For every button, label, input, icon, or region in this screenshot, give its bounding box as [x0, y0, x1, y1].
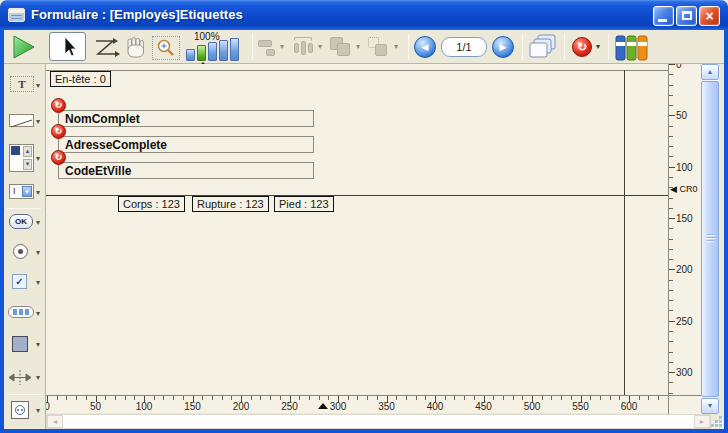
section-marker[interactable]: Rupture : 123: [192, 196, 269, 212]
plugin-tool[interactable]: ▾: [4, 401, 46, 421]
vertical-scrollbar[interactable]: ▲ ▼: [701, 64, 719, 414]
plugin-tool-icon: [11, 401, 29, 419]
duplicate-objects-button: [368, 37, 392, 58]
form-field[interactable]: AdresseComplete: [58, 136, 314, 153]
explorer-books-icon: [615, 34, 649, 61]
listbox-tool-dropdown-icon[interactable]: ▾: [36, 155, 40, 163]
progress-tool-dropdown-icon[interactable]: ▾: [36, 310, 40, 318]
radio-tool[interactable]: ▾: [4, 244, 46, 262]
form-canvas[interactable]: En-tête : 0 NomComplet↻AdresseComplete↻C…: [46, 64, 668, 396]
plugin-tool-dropdown-icon[interactable]: ▾: [36, 407, 40, 415]
combobox-tool-icon: I▼: [9, 184, 34, 199]
toolbar-separator: [252, 34, 253, 60]
magnifier-icon: [153, 37, 179, 59]
page-list-button[interactable]: [528, 34, 560, 61]
zoom-bar-100-selected[interactable]: [197, 45, 206, 61]
scroll-up-button[interactable]: ▲: [701, 64, 719, 80]
scroll-left-button[interactable]: ◄: [47, 415, 63, 428]
ruler-number: 50: [676, 110, 687, 121]
close-button[interactable]: ×: [699, 6, 720, 26]
previous-page-button[interactable]: ◀: [414, 36, 436, 58]
vertical-scroll-thumb[interactable]: [701, 81, 719, 397]
ruler-corner: [668, 395, 701, 414]
text-tool[interactable]: T ▾: [4, 76, 46, 96]
text-tool-icon: T: [10, 76, 34, 92]
scroll-down-button[interactable]: ▼: [701, 398, 719, 414]
distribute-dropdown-icon: ▾: [318, 43, 322, 51]
window-border-bottom: [0, 429, 728, 433]
minimize-icon: [658, 19, 667, 22]
minimize-button[interactable]: [653, 6, 674, 26]
progress-tool[interactable]: ▾: [4, 306, 46, 322]
close-icon: ×: [700, 7, 719, 25]
ruler-horizontal: 050100150200250300350400450500550600: [46, 395, 668, 413]
checkbox-tool-icon: ✓: [12, 274, 27, 289]
dynamic-variable-badge-icon[interactable]: ↻: [51, 124, 66, 139]
header-marker-label[interactable]: En-tête : 0: [50, 71, 111, 87]
maximize-icon: [682, 11, 692, 20]
hand-icon: [123, 36, 149, 60]
window-border-right: [724, 30, 728, 433]
section-marker[interactable]: Pied : 123: [274, 196, 334, 212]
form-boundary-line[interactable]: [624, 70, 625, 396]
hand-tool-button[interactable]: [123, 36, 149, 60]
splitter-tool-dropdown-icon[interactable]: ▾: [36, 374, 40, 382]
title-bar[interactable]: Formulaire : [Employés]Etiquettes ×: [0, 0, 728, 30]
form-field[interactable]: CodeEtVille: [58, 162, 314, 179]
horizontal-scrollbar[interactable]: ◄ ►: [46, 414, 711, 429]
toolbar-separator: [564, 34, 565, 60]
entry-order-tool-button[interactable]: [92, 37, 120, 59]
ruler-number: 100: [129, 401, 159, 412]
layer-objects-button: [330, 37, 354, 58]
line-tool[interactable]: ▾: [4, 114, 46, 132]
toolbar-separator: [522, 34, 523, 60]
zoom-bar-800[interactable]: [230, 38, 239, 61]
zoom-bar-200[interactable]: [208, 42, 217, 61]
window-resize-grip[interactable]: [710, 414, 724, 429]
align-objects-button: [258, 38, 280, 58]
combobox-tool-dropdown-icon[interactable]: ▾: [36, 189, 40, 197]
button-tool-dropdown-icon[interactable]: ▾: [36, 219, 40, 227]
ruler-number: 0: [46, 401, 62, 412]
listbox-tool[interactable]: ▲▼ ▾: [4, 144, 46, 176]
toolbar: 100% ▾ ▾ ▾ ▾ ◀ 1: [4, 30, 724, 64]
dynamic-variable-badge-icon[interactable]: ↻: [51, 98, 66, 113]
form-field[interactable]: NomComplet: [58, 110, 314, 127]
checkbox-tool-dropdown-icon[interactable]: ▾: [36, 279, 40, 287]
combobox-tool[interactable]: I▼ ▾: [4, 184, 46, 202]
radio-tool-icon: [13, 244, 28, 259]
next-page-button[interactable]: ▶: [492, 36, 514, 58]
text-tool-dropdown-icon[interactable]: ▾: [36, 82, 40, 90]
ruler-number: 200: [226, 401, 256, 412]
next-page-icon: ▶: [500, 42, 507, 52]
scroll-right-button[interactable]: ►: [694, 415, 710, 428]
page-list-icon: [528, 34, 560, 61]
header-marker-line[interactable]: [46, 70, 668, 71]
ruler-number: 200: [676, 264, 693, 275]
button-tool[interactable]: OK ▾: [4, 214, 46, 232]
line-tool-dropdown-icon[interactable]: ▾: [36, 118, 40, 126]
page-indicator[interactable]: 1/1: [441, 37, 487, 57]
pointer-tool-button[interactable]: [49, 32, 86, 61]
checkbox-tool[interactable]: ✓ ▾: [4, 274, 46, 292]
badges-icon: ↻: [577, 40, 587, 54]
form-window-icon: [8, 8, 25, 22]
execute-form-button[interactable]: [12, 34, 36, 60]
rectangle-tool-dropdown-icon[interactable]: ▾: [36, 341, 40, 349]
zoom-bar-400[interactable]: [219, 40, 228, 61]
explorer-books-button[interactable]: [615, 34, 649, 61]
splitter-tool[interactable]: ▾: [4, 370, 46, 386]
badges-dropdown-icon[interactable]: ▾: [596, 43, 600, 51]
maximize-button[interactable]: [676, 6, 697, 26]
zoom-bar-50[interactable]: [186, 49, 195, 61]
magnify-tool-button[interactable]: [152, 36, 180, 60]
radio-tool-dropdown-icon[interactable]: ▾: [36, 249, 40, 257]
cr-marker-label[interactable]: ◀ CR0: [670, 184, 701, 194]
ruler-number: 150: [676, 213, 693, 224]
badges-button[interactable]: ↻: [572, 37, 592, 57]
ruler-number: 450: [469, 401, 499, 412]
section-marker[interactable]: Corps : 123: [118, 196, 185, 212]
rectangle-tool[interactable]: ▾: [4, 336, 46, 354]
dynamic-variable-badge-icon[interactable]: ↻: [51, 150, 66, 165]
zoom-bars-widget[interactable]: 100%: [184, 31, 246, 63]
